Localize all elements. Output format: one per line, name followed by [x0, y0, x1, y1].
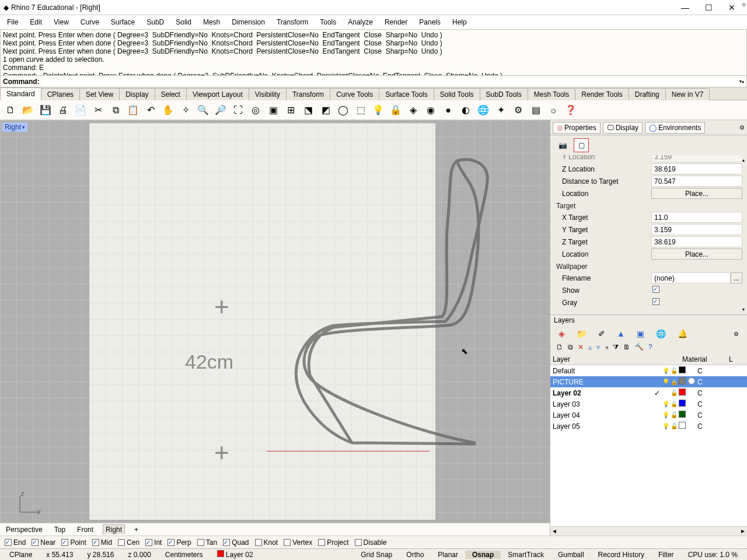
four-view-icon[interactable]: ⊞ [284, 103, 298, 117]
new-sublayer-icon[interactable]: ⧉ [568, 343, 573, 351]
place-button-1[interactable]: Place... [651, 188, 742, 199]
shade-icon[interactable]: ◐ [459, 103, 473, 117]
point-edit-icon[interactable]: ✦ [494, 103, 508, 117]
layer-row[interactable]: Layer 04 💡 🔓 C [550, 410, 747, 421]
osnap-point[interactable]: Point [60, 538, 86, 547]
tab-newv7[interactable]: New in V7 [665, 88, 710, 100]
vtab-front[interactable]: Front [75, 525, 96, 534]
layer-row[interactable]: Layer 03 💡 🔓 C [550, 398, 747, 410]
osnap-near[interactable]: Near [30, 538, 55, 547]
menu-help[interactable]: Help [448, 17, 472, 27]
osnap-mid[interactable]: Mid [91, 538, 112, 547]
status-filter[interactable]: Filter [651, 551, 681, 559]
image-icon[interactable]: ▣ [637, 329, 644, 338]
distance-field[interactable]: 70.547 [651, 176, 742, 187]
status-osnap[interactable]: Osnap [465, 551, 501, 559]
help-layer-icon[interactable]: ? [648, 343, 652, 351]
show-checkbox[interactable] [652, 286, 659, 293]
render-icon[interactable]: ● [441, 103, 455, 117]
set-view-icon[interactable]: ◯ [336, 103, 350, 117]
col-layer[interactable]: Layer [550, 355, 652, 364]
menu-curve[interactable]: Curve [76, 17, 104, 27]
osnap-knot[interactable]: Knot [254, 538, 278, 547]
paste-icon[interactable]: 📋 [126, 103, 140, 117]
material-box-icon[interactable]: ▢ [574, 138, 589, 152]
osnap-disable[interactable]: Disable [354, 538, 387, 547]
save-icon[interactable]: 💾 [39, 103, 53, 117]
z-location-field[interactable]: 38.619 [651, 163, 742, 174]
delete-layer-icon[interactable]: ✕ [578, 343, 584, 351]
help-icon[interactable]: ❓ [564, 103, 578, 117]
tab-environments[interactable]: ◯Environments [645, 122, 705, 134]
menu-edit[interactable]: Edit [25, 17, 47, 27]
go-left-icon[interactable]: ◂ [605, 343, 608, 351]
move-down-icon[interactable]: ▿ [596, 343, 600, 351]
menu-panels[interactable]: Panels [414, 17, 445, 27]
osnap-vertex[interactable]: Vertex [282, 538, 312, 547]
status-ortho[interactable]: Ortho [399, 551, 431, 559]
zoom-extents-icon[interactable]: ⛶ [231, 103, 245, 117]
tab-properties[interactable]: ◍Properties [553, 122, 601, 134]
vtab-perspective[interactable]: Perspective [4, 525, 45, 534]
zoom-window-icon[interactable]: ▣ [266, 103, 280, 117]
x-target-field[interactable]: 11.0 [651, 212, 742, 223]
tab-solidtools[interactable]: Solid Tools [434, 88, 480, 100]
menu-view[interactable]: View [49, 17, 74, 27]
zoom-in-icon[interactable]: 🔍 [196, 103, 210, 117]
print-icon[interactable]: 🖨 [56, 103, 70, 117]
tab-curvetools[interactable]: Curve Tools [330, 88, 379, 100]
globe-icon[interactable]: 🌐 [656, 329, 666, 338]
undo-icon[interactable]: ↶ [144, 103, 158, 117]
status-gumball[interactable]: Gumball [551, 551, 591, 559]
col-material[interactable]: Material [680, 355, 727, 364]
menu-file[interactable]: File [2, 17, 23, 27]
filename-field[interactable]: (none) [651, 272, 731, 284]
layers-icon[interactable]: ◈ [406, 103, 420, 117]
status-record-history[interactable]: Record History [591, 551, 651, 559]
command-line[interactable]: Command: ▾▴ [0, 76, 747, 88]
layer-icon[interactable]: ◈ [558, 329, 565, 338]
open-icon[interactable]: 📂 [21, 103, 35, 117]
tools-icon[interactable]: 🗎 [623, 343, 630, 351]
menu-subd[interactable]: SubD [142, 17, 169, 27]
osnap-cen[interactable]: Cen [117, 538, 139, 547]
minimize-button[interactable]: — [673, 1, 697, 15]
viewport-label[interactable]: Right ▾ [2, 123, 27, 132]
named-cplane-icon[interactable]: ◩ [319, 103, 333, 117]
group-icon[interactable]: ⬚ [354, 103, 368, 117]
tab-cplanes[interactable]: CPlanes [41, 88, 80, 100]
close-button[interactable]: ✕ [720, 1, 743, 15]
properties-icon[interactable]: ◉ [424, 103, 438, 117]
osnap-tan[interactable]: Tan [196, 538, 217, 547]
tab-drafting[interactable]: Drafting [629, 88, 666, 100]
layers-h-scrollbar[interactable]: ◂▸ [550, 526, 747, 536]
status-gridsnap[interactable]: Grid Snap [354, 551, 399, 559]
menu-mesh[interactable]: Mesh [198, 17, 225, 27]
tab-subdtools[interactable]: SubD Tools [480, 88, 528, 100]
options-icon[interactable]: ⚙ [511, 103, 525, 117]
status-cplane[interactable]: CPlane [2, 551, 39, 559]
rotate-icon[interactable]: ✧ [179, 103, 193, 117]
status-layer[interactable]: Layer 02 [210, 550, 260, 559]
layer-row[interactable]: Default 💡 🔓 C [550, 365, 747, 376]
tab-surfacetools[interactable]: Surface Tools [379, 88, 434, 100]
tab-transform[interactable]: Transform [286, 88, 330, 100]
gear-icon[interactable]: ⚙ [739, 124, 745, 131]
move-up-icon[interactable]: ▵ [588, 343, 592, 351]
tab-display-panel[interactable]: 🖵Display [603, 122, 643, 134]
pan-icon[interactable]: ✋ [161, 103, 175, 117]
camera-icon[interactable]: 📷 [555, 138, 570, 152]
layer-row[interactable]: Layer 02 ✓ 🔓 C [550, 387, 747, 398]
y-target-field[interactable]: 3.159 [651, 224, 742, 235]
gray-checkbox[interactable] [652, 298, 659, 305]
bell-icon[interactable]: 🔔 [678, 329, 687, 338]
add-viewport-icon[interactable]: + [132, 525, 141, 534]
dropdown-icon[interactable]: ▾▴ [739, 79, 744, 84]
tab-setview[interactable]: Set View [79, 88, 120, 100]
status-units[interactable]: Centimeters [158, 551, 210, 559]
menu-surface[interactable]: Surface [106, 17, 139, 27]
props-scrollbar[interactable]: ▴▾ [740, 158, 747, 312]
tab-visibility[interactable]: Visibility [249, 88, 287, 100]
osnap-end[interactable]: End [4, 538, 26, 547]
gear-icon[interactable]: ⚙ [742, 2, 746, 8]
